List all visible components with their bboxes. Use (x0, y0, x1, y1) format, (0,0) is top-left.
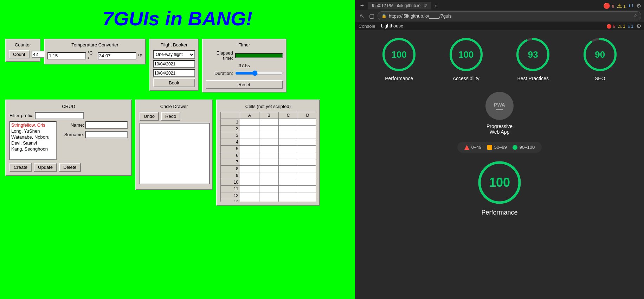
cells-cell[interactable] (279, 119, 298, 126)
cells-cell[interactable] (240, 152, 259, 159)
name-input[interactable] (85, 121, 128, 129)
delete-button[interactable]: Delete (59, 163, 81, 172)
cells-cell[interactable] (298, 192, 316, 199)
cells-cell[interactable] (298, 186, 316, 192)
cells-cell[interactable] (298, 152, 316, 159)
cells-cell[interactable] (298, 166, 316, 172)
cells-cell[interactable] (259, 159, 279, 166)
fahrenheit-unit: °F (138, 53, 142, 58)
cells-cell[interactable] (298, 159, 316, 166)
cells-table-wrapper[interactable]: A B C D 1234567891011121314 (220, 112, 316, 202)
undo-button[interactable]: Undo (140, 112, 159, 121)
cells-cell[interactable] (259, 172, 279, 179)
cells-cell[interactable] (259, 192, 279, 199)
list-item[interactable]: Stringfellow, Cris (10, 122, 56, 128)
cells-cell[interactable] (279, 132, 298, 139)
cells-cell[interactable] (259, 139, 279, 146)
cells-cell[interactable] (259, 132, 279, 139)
list-item[interactable]: Kang, Seonghoon (10, 146, 56, 152)
cells-cell[interactable] (240, 166, 259, 172)
cells-cell[interactable] (240, 126, 259, 132)
cells-cell[interactable] (279, 152, 298, 159)
tabs-more-icon[interactable]: » (433, 3, 440, 8)
list-item[interactable]: Devi, Saanvi (10, 140, 56, 146)
flight-type-select[interactable]: One-way flight Return flight (153, 50, 195, 59)
cells-cell[interactable] (259, 146, 279, 152)
pointer-tool-button[interactable]: ↖ (358, 12, 366, 20)
window-tool-button[interactable]: ▢ (368, 12, 375, 20)
devtools-settings-icon[interactable]: ⚙ (636, 23, 641, 30)
cells-cell[interactable] (240, 159, 259, 166)
table-row: 3 (221, 132, 316, 139)
cells-cell[interactable] (279, 186, 298, 192)
cells-cell[interactable] (240, 146, 259, 152)
list-item[interactable]: Watanabe, Noboru (10, 134, 56, 140)
address-bar[interactable]: 🔒 https://i5ik.github.io/____/7guis ☆ (378, 11, 641, 20)
surname-input[interactable] (85, 131, 128, 138)
cells-cell[interactable] (240, 172, 259, 179)
new-tab-button[interactable]: + (358, 1, 366, 10)
reset-button[interactable]: Reset (206, 80, 283, 89)
cells-cell[interactable] (259, 152, 279, 159)
cells-cell[interactable] (259, 186, 279, 192)
devtools-tab-lighthouse[interactable]: Lighthouse (380, 22, 404, 31)
cells-cell[interactable] (279, 179, 298, 186)
cells-cell[interactable] (279, 139, 298, 146)
flight-date2-input[interactable] (153, 69, 195, 77)
circle-canvas[interactable] (140, 123, 210, 184)
cells-cell[interactable] (240, 139, 259, 146)
cells-cell[interactable] (240, 192, 259, 199)
cells-cell[interactable] (259, 179, 279, 186)
create-button[interactable]: Create (9, 163, 32, 172)
page-title: 7GUIs in BANG! (0, 0, 355, 33)
cells-cell[interactable] (298, 146, 316, 152)
cells-cell[interactable] (298, 119, 316, 126)
reload-icon[interactable]: ↺ (424, 3, 427, 8)
update-button[interactable]: Update (34, 163, 57, 172)
cells-cell[interactable] (279, 172, 298, 179)
cells-cell[interactable] (298, 139, 316, 146)
cells-row-header: 10 (221, 179, 240, 186)
cells-cell[interactable] (259, 166, 279, 172)
redo-button[interactable]: Redo (161, 112, 180, 121)
cells-cell[interactable] (240, 119, 259, 126)
cells-cell[interactable] (298, 132, 316, 139)
cells-cell[interactable] (298, 172, 316, 179)
cells-cell[interactable] (279, 166, 298, 172)
crud-list[interactable]: Stringfellow, Cris Long, YuShen Watanabe… (9, 121, 57, 160)
accessibility-score-text: 100 (458, 49, 474, 60)
crud-list-container: Stringfellow, Cris Long, YuShen Watanabe… (9, 121, 128, 160)
cells-cell[interactable] (298, 179, 316, 186)
devtools-notif-red: 🔴 6 (606, 24, 615, 29)
cells-cell[interactable] (298, 199, 316, 202)
book-button[interactable]: Book (153, 78, 195, 87)
cells-cell[interactable] (279, 146, 298, 152)
cells-cell[interactable] (279, 192, 298, 199)
counter-value-input[interactable] (32, 51, 46, 58)
counter-title: Counter (9, 42, 37, 47)
count-button[interactable]: Count (9, 50, 30, 58)
cells-cell[interactable] (259, 199, 279, 202)
duration-slider[interactable] (235, 70, 283, 76)
filter-prefix-input[interactable] (35, 112, 84, 119)
fahrenheit-input[interactable] (98, 52, 136, 59)
settings-icon[interactable]: ⚙ (636, 2, 641, 9)
cells-cell[interactable] (240, 132, 259, 139)
cells-cell[interactable] (259, 119, 279, 126)
celsius-input[interactable] (47, 52, 86, 59)
flight-date1-input[interactable] (153, 60, 195, 68)
cells-cell[interactable] (240, 199, 259, 202)
cells-cell[interactable] (279, 199, 298, 202)
cells-cell[interactable] (298, 126, 316, 132)
cells-cell[interactable] (240, 179, 259, 186)
bookmark-icon[interactable]: ☆ (633, 13, 637, 18)
cells-cell[interactable] (259, 126, 279, 132)
score-circle-seo: 90 (582, 37, 618, 72)
cells-cell[interactable] (279, 126, 298, 132)
cells-cell[interactable] (240, 186, 259, 192)
left-panel: 7GUIs in BANG! Counter Count Temperature… (0, 0, 355, 299)
list-item[interactable]: Long, YuShen (10, 128, 56, 134)
timer-widget: Timer Elapsed time: 37.5s Duration: Rese… (202, 39, 286, 93)
devtools-tab-console[interactable]: Console (358, 22, 376, 30)
cells-cell[interactable] (279, 159, 298, 166)
